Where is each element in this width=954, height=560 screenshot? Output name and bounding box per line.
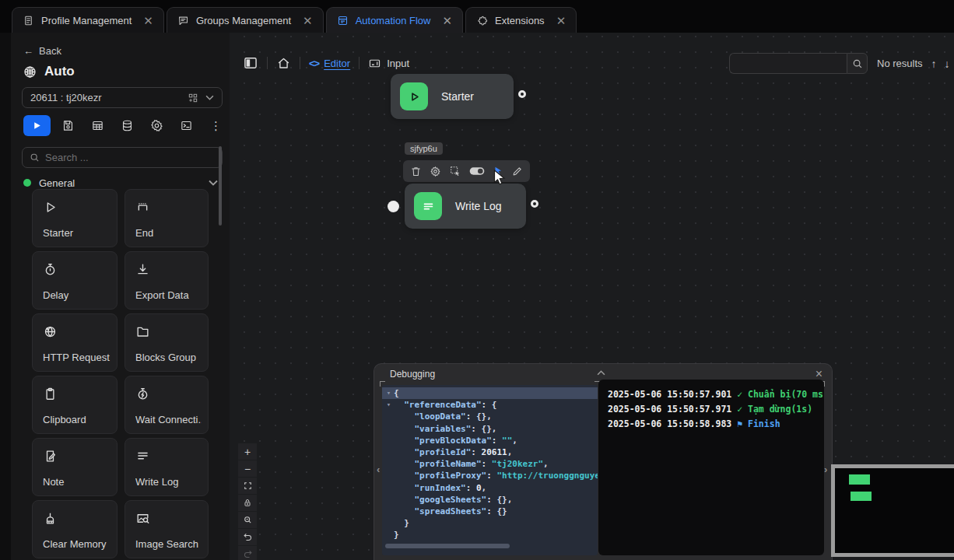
- panel-toggle-icon[interactable]: [243, 55, 258, 71]
- more-options-button[interactable]: ⋮: [204, 115, 228, 136]
- zoom-in-button[interactable]: +: [238, 443, 257, 460]
- close-icon[interactable]: ✕: [143, 15, 153, 26]
- block-label: Export Data: [135, 289, 202, 301]
- edit-icon[interactable]: [511, 166, 523, 177]
- lock-button[interactable]: [238, 495, 257, 511]
- code-token: "profileId": [415, 446, 472, 458]
- block-card-export-data[interactable]: Export Data: [125, 251, 209, 310]
- tab-profile-management[interactable]: Profile Management ✕: [12, 7, 164, 33]
- starter-play-icon: [400, 82, 428, 110]
- chevron-down-icon[interactable]: [209, 180, 218, 186]
- debug-log-output[interactable]: 2025-05-06 15:50:57.901 ✓ Chuẩn bị(70 ms…: [598, 380, 824, 555]
- tab-automation-flow[interactable]: Automation Flow ✕: [326, 7, 463, 33]
- grid-group-icon: [188, 93, 198, 103]
- canvas-find-input[interactable]: [729, 53, 847, 74]
- table-button[interactable]: [86, 115, 110, 136]
- block-card-wait-connection[interactable]: Wait Connecti...: [125, 376, 209, 434]
- redo-button[interactable]: [238, 546, 257, 560]
- starter-output-port[interactable]: [518, 90, 526, 98]
- code-token: "spreadSheets": [415, 506, 487, 517]
- code-line: "googleSheets": {},: [382, 494, 598, 506]
- log-success-message: ✓ Tạm dừng(1s): [737, 404, 812, 415]
- tab-groups-management[interactable]: Groups Management ✕: [167, 7, 324, 33]
- code-token: 0: [476, 482, 482, 494]
- node-settings-icon[interactable]: [430, 166, 441, 177]
- home-icon[interactable]: [276, 56, 291, 71]
- writelog-input-port[interactable]: [388, 201, 399, 212]
- tab-extensions[interactable]: Extensions ✕: [465, 7, 577, 33]
- select-area-icon[interactable]: [449, 165, 461, 177]
- log-entry: 2025-05-06 15:50:57.901 ✓ Chuẩn bị(70 ms…: [608, 387, 815, 402]
- log-finish-message: ⚑ Finish: [737, 418, 780, 429]
- flow-canvas[interactable]: <> Editor Input No results ↑ ↓: [230, 33, 954, 560]
- write-log-lines-icon: [414, 192, 442, 220]
- stopwatch-icon: [43, 262, 58, 277]
- fold-chevron-icon[interactable]: ▾: [384, 399, 394, 411]
- automation-flow-app: Profile Management ✕ Groups Management ✕…: [0, 0, 954, 560]
- undo-button[interactable]: [238, 529, 257, 545]
- zoom-out-button[interactable]: −: [238, 460, 257, 477]
- code-token: :: [486, 470, 496, 481]
- enable-toggle[interactable]: [469, 166, 485, 176]
- block-card-delay[interactable]: Delay: [32, 251, 117, 310]
- delete-icon[interactable]: [410, 166, 422, 177]
- code-token: [394, 470, 415, 481]
- input-view-link[interactable]: Input: [368, 57, 409, 70]
- workflow-title: Auto: [23, 64, 75, 79]
- block-card-image-search[interactable]: Image Search: [125, 500, 209, 558]
- panel-left-chevron[interactable]: ‹: [377, 464, 380, 475]
- terminal-button[interactable]: [174, 115, 198, 136]
- image-search-icon: [135, 511, 150, 526]
- close-icon[interactable]: ✕: [442, 15, 452, 26]
- code-token: "loopData": [415, 411, 466, 422]
- block-card-note[interactable]: Note: [32, 438, 117, 496]
- panel-right-chevron[interactable]: ›: [824, 464, 827, 475]
- code-token: [394, 482, 415, 494]
- node-write-log[interactable]: Write Log: [405, 184, 526, 229]
- save-button[interactable]: [56, 115, 80, 136]
- collapse-chevron-icon[interactable]: [597, 370, 605, 376]
- chat-bubble-icon: [177, 15, 189, 26]
- block-palette: Starter End Delay Export Data HTTP Reque…: [32, 189, 209, 558]
- settings-button[interactable]: [145, 115, 169, 136]
- code-token: ,: [512, 435, 517, 446]
- run-button[interactable]: [23, 115, 51, 136]
- left-edge-strip: [0, 33, 11, 560]
- code-line: "prevBlockData": "",: [382, 435, 598, 446]
- log-success-message: ✓ Chuẩn bị(70 ms): [737, 389, 824, 400]
- writelog-output-port[interactable]: [531, 200, 538, 208]
- editor-horizontal-scrollbar[interactable]: [385, 544, 510, 548]
- zoom-selection-button[interactable]: [238, 512, 257, 528]
- canvas-zoom-toolbar: + −: [238, 443, 257, 560]
- fold-chevron-icon[interactable]: ▾: [384, 387, 394, 399]
- block-card-end[interactable]: End: [125, 189, 209, 247]
- arrow-up-icon[interactable]: ↑: [931, 58, 937, 70]
- block-card-starter[interactable]: Starter: [32, 189, 117, 247]
- database-button[interactable]: [115, 115, 139, 136]
- arrow-down-icon[interactable]: ↓: [945, 58, 950, 70]
- back-button[interactable]: ← Back: [23, 45, 61, 57]
- profile-select-dropdown[interactable]: 20611 : tj20kezr: [22, 87, 223, 108]
- workflow-title-text: Auto: [44, 64, 75, 79]
- debug-json-editor[interactable]: ▾{▾ "referenceData": { "loopData": {}, "…: [382, 385, 598, 555]
- canvas-toolbar: <> Editor Input: [243, 52, 409, 74]
- close-icon[interactable]: ✕: [303, 15, 313, 26]
- block-card-http-request[interactable]: HTTP Request: [32, 313, 117, 372]
- block-label: Clear Memory: [43, 538, 110, 550]
- gutter: [384, 423, 394, 435]
- block-card-clipboard[interactable]: Clipboard: [32, 376, 117, 434]
- canvas-minimap[interactable]: [831, 464, 954, 557]
- code-token: [394, 411, 415, 422]
- block-card-blocks-group[interactable]: Blocks Group: [125, 313, 209, 372]
- block-search-input[interactable]: [45, 152, 215, 163]
- node-starter[interactable]: Starter: [391, 74, 514, 119]
- editor-view-link[interactable]: <> Editor: [309, 58, 350, 69]
- block-card-clear-memory[interactable]: Clear Memory: [32, 500, 117, 558]
- globe-icon: [23, 65, 37, 79]
- fit-view-button[interactable]: [238, 478, 257, 494]
- sidebar-scrollbar[interactable]: [219, 146, 222, 226]
- section-general[interactable]: General: [23, 175, 218, 191]
- block-card-write-log[interactable]: Write Log: [125, 438, 209, 496]
- close-icon[interactable]: ✕: [556, 15, 566, 26]
- search-icon[interactable]: [847, 53, 868, 74]
